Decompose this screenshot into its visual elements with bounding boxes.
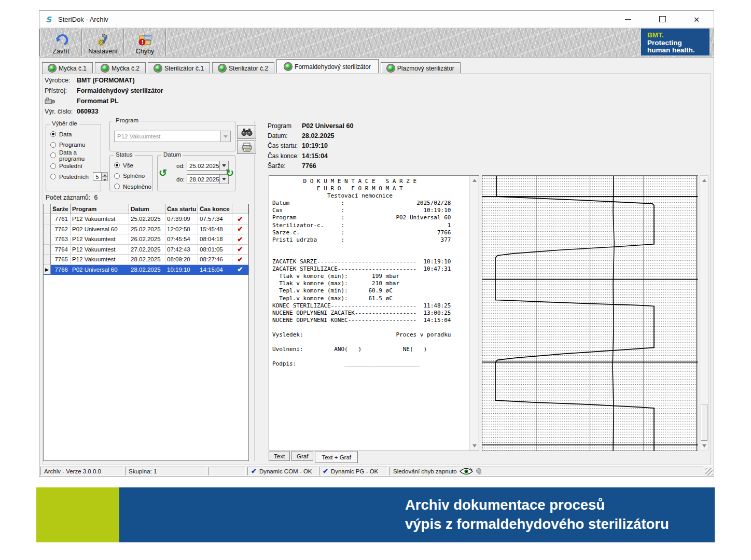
table-row[interactable]: 7763 P12 Vakuumtest 26.02.2025 07:45:54 …: [44, 234, 248, 245]
panel-divider[interactable]: [254, 121, 255, 461]
view-tab[interactable]: Text: [269, 451, 290, 461]
search-button[interactable]: [237, 125, 256, 139]
radio-icon: [50, 163, 56, 169]
spin-box[interactable]: 5: [93, 172, 108, 181]
row-indicator: [44, 255, 51, 265]
chevron-down-icon[interactable]: [220, 131, 231, 142]
radio-option[interactable]: Nesplněno: [114, 182, 152, 191]
print-button[interactable]: [237, 140, 256, 154]
errors-button[interactable]: ! Chyby: [124, 28, 165, 57]
detail-field-row: Čas startu: 10:19:10: [268, 141, 353, 151]
device-tabstrip: Myčka č.1 Myčka č.2 Sterilizátor č.1 Ste…: [42, 59, 461, 74]
header-cas-konce[interactable]: Čas konce: [198, 204, 232, 214]
date-to-field[interactable]: 28.02.2025: [187, 174, 220, 184]
scroll-down-icon[interactable]: [700, 442, 708, 450]
device-tab[interactable]: Sterilizátor č.1: [148, 62, 210, 74]
banner-caption: Archiv dokumentace procesů výpis z forma…: [119, 487, 715, 542]
view-tab[interactable]: Text + Graf: [315, 451, 358, 463]
radio-option[interactable]: Posledních 5: [50, 172, 101, 181]
minimize-button[interactable]: [622, 13, 634, 25]
check-icon: ✔: [251, 467, 257, 475]
row-indicator: [44, 265, 51, 275]
records-grid: Šarže Program Datum Čas startu Čas konce…: [43, 204, 249, 461]
led-icon: [102, 65, 108, 71]
bmt-logo: BMT. Protecting human health.: [641, 28, 710, 56]
row-indicator: [44, 234, 51, 245]
statusbar: Archiv - Verze 3.0.0.0 Skupina: 1 ✔ Dyna…: [39, 465, 714, 477]
svg-text:!: !: [141, 39, 144, 45]
table-row[interactable]: 7765 P12 Vakuumtest 28.02.2025 08:09:20 …: [44, 255, 248, 265]
radio-option[interactable]: Splněno: [114, 172, 152, 180]
close-button[interactable]: ×: [691, 13, 702, 25]
svg-text:S: S: [46, 15, 52, 24]
radio-option[interactable]: Data: [50, 130, 101, 138]
status-empty: [208, 467, 246, 475]
app-window: S SteriDok - Archiv × Zavřít: [39, 10, 714, 477]
tools-icon: [96, 33, 110, 47]
grid-header: Šarže Program Datum Čas startu Čas konce: [44, 204, 248, 214]
table-row[interactable]: 7761 P12 Vakuumtest 25.02.2025 07:39:09 …: [44, 214, 248, 225]
row-indicator: [44, 245, 51, 255]
scroll-up-icon[interactable]: [700, 176, 708, 185]
device-tab[interactable]: Sterilizátor č.2: [212, 62, 274, 74]
program-combobox[interactable]: P12 Vakuumtest: [114, 131, 231, 142]
device-info: Výrobce: BMT (FORMOMAT) Přístroj: Formal…: [45, 75, 708, 119]
status-check-icon: [232, 265, 248, 275]
banner-line1: Archiv dokumentace procesů: [405, 495, 715, 514]
row-indicator: [44, 225, 51, 235]
radio-icon: [50, 174, 56, 179]
status-dynamic-com: ✔ Dynamic COM - OK: [247, 467, 317, 475]
rotate-right-icon[interactable]: ↻: [226, 168, 234, 178]
groupbox-vyber-dle: Výběr dle Data Programu: [46, 124, 101, 191]
header-cas-startu[interactable]: Čas startu: [165, 204, 198, 214]
document-scrollbar[interactable]: [469, 176, 479, 451]
radio-option[interactable]: Poslední: [50, 162, 101, 171]
device-tab[interactable]: Plazmový sterilizátor: [381, 62, 461, 74]
radio-option[interactable]: Data a programu: [50, 151, 101, 160]
device-tab[interactable]: Myčka č.1: [42, 62, 93, 74]
window-title: SteriDok - Archiv: [58, 16, 108, 23]
rotate-left-icon[interactable]: ↺: [159, 168, 167, 178]
status-group: Skupina: 1: [125, 467, 207, 475]
table-row[interactable]: 7766 P02 Universal 60 28.02.2025 10:19:1…: [44, 265, 248, 275]
device-tab[interactable]: Myčka č.2: [95, 62, 146, 74]
groupbox-status: Status Vše Splněno Nesplněno: [109, 155, 153, 191]
detail-field-row: Datum: 28.02.2025: [268, 131, 353, 141]
radio-option[interactable]: Programu: [50, 141, 101, 149]
device-info-row: Výrobce: BMT (FORMOMAT): [45, 75, 708, 86]
status-check-icon: [232, 245, 248, 255]
resize-grip[interactable]: [705, 468, 713, 475]
close-archive-button[interactable]: Zavřít: [40, 28, 81, 57]
batch-document: D O K U M E N T A C E S A R Z E E U R O …: [269, 176, 469, 451]
document-panel: D O K U M E N T A C E S A R Z E E U R O …: [269, 175, 479, 451]
led-icon: [285, 64, 291, 69]
date-from-field[interactable]: 25.02.2025: [187, 161, 220, 171]
groupbox-program: Program P12 Vakuumtest: [109, 121, 235, 151]
radio-icon: [50, 152, 56, 158]
header-datum[interactable]: Datum: [129, 204, 165, 214]
detail-field-row: Šarže: 7766: [268, 161, 353, 171]
scroll-thumb[interactable]: [701, 404, 707, 441]
led-icon: [49, 65, 55, 71]
maximize-button[interactable]: [657, 13, 668, 25]
status-check-icon: [232, 214, 248, 225]
view-tab[interactable]: Graf: [291, 451, 313, 461]
graph-scrollbar[interactable]: [700, 175, 708, 451]
header-program[interactable]: Program: [71, 204, 129, 214]
scroll-down-icon[interactable]: [470, 442, 479, 450]
scroll-up-icon[interactable]: [470, 176, 479, 185]
banner-line2: výpis z formaldehydového sterilizátoru: [405, 514, 715, 534]
window-controls: ×: [622, 13, 714, 25]
sound-icon: [476, 468, 483, 475]
spinner-buttons[interactable]: [102, 172, 108, 181]
table-row[interactable]: 7762 P02 Universal 60 25.02.2025 12:02:5…: [44, 225, 248, 235]
device-tab[interactable]: Formaldehydový sterilizátor: [276, 59, 379, 74]
detail-field-row: Čas konce: 14:15:04: [268, 151, 353, 161]
header-sarze[interactable]: Šarže: [51, 204, 71, 214]
radio-icon: [50, 142, 56, 148]
table-row[interactable]: 7764 P12 Vakuumtest 27.02.2025 07:42:43 …: [44, 245, 248, 255]
device-info-row: Přístroj: Formaldehydový sterilizátor: [45, 86, 708, 96]
settings-button[interactable]: Nastavení: [82, 28, 123, 57]
device-info-row: Výr. číslo: 060933: [45, 106, 708, 117]
radio-option[interactable]: Vše: [114, 161, 152, 170]
